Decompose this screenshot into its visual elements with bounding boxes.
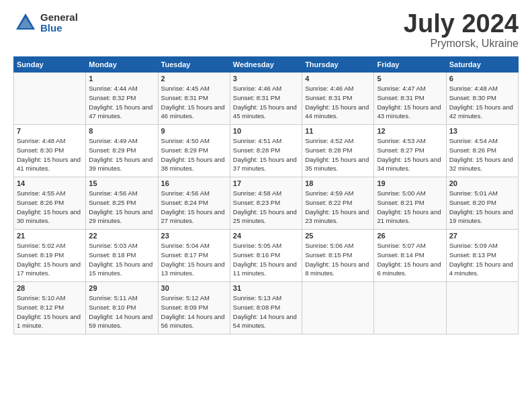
day-cell: 23Sunrise: 5:04 AMSunset: 8:17 PMDayligh… (158, 230, 230, 282)
day-number: 9 (161, 127, 227, 135)
sunrise-text: Sunrise: 5:10 AM (17, 293, 83, 303)
day-info: Sunrise: 4:58 AMSunset: 8:23 PMDaylight:… (233, 189, 299, 226)
sunset-text: Sunset: 8:32 PM (89, 93, 154, 103)
week-row-3: 14Sunrise: 4:55 AMSunset: 8:26 PMDayligh… (14, 177, 519, 230)
logo-blue: Blue (40, 23, 78, 34)
sunset-text: Sunset: 8:16 PM (233, 250, 299, 260)
day-info: Sunrise: 5:03 AMSunset: 8:18 PMDaylight:… (89, 241, 154, 278)
day-cell (14, 73, 86, 125)
sunrise-text: Sunrise: 4:58 AM (233, 189, 299, 198)
sunset-text: Sunset: 8:12 PM (17, 303, 83, 312)
day-cell: 15Sunrise: 4:56 AMSunset: 8:25 PMDayligh… (86, 177, 158, 230)
sunrise-text: Sunrise: 5:01 AM (449, 189, 515, 198)
day-number: 25 (305, 232, 371, 240)
sunset-text: Sunset: 8:30 PM (17, 146, 83, 155)
day-number: 13 (449, 127, 515, 135)
sunset-text: Sunset: 8:22 PM (305, 198, 371, 208)
sunset-text: Sunset: 8:29 PM (89, 146, 154, 155)
day-info: Sunrise: 5:09 AMSunset: 8:13 PMDaylight:… (449, 241, 515, 278)
day-number: 26 (377, 232, 443, 240)
day-cell: 4Sunrise: 4:46 AMSunset: 8:31 PMDaylight… (302, 73, 374, 125)
day-number: 29 (89, 284, 154, 292)
day-number: 5 (377, 75, 443, 83)
daylight-text: Daylight: 15 hours and 29 minutes. (89, 208, 154, 226)
sunrise-text: Sunrise: 4:52 AM (305, 136, 371, 146)
sunset-text: Sunset: 8:19 PM (17, 250, 83, 260)
day-number: 8 (89, 127, 154, 135)
col-header-thursday: Thursday (302, 57, 374, 73)
day-number: 22 (89, 232, 154, 240)
day-number: 27 (449, 232, 515, 240)
title-month: July 2024 (404, 11, 519, 36)
day-info: Sunrise: 4:48 AMSunset: 8:30 PMDaylight:… (449, 84, 515, 121)
calendar-header: SundayMondayTuesdayWednesdayThursdayFrid… (14, 57, 519, 73)
day-number: 19 (377, 179, 443, 187)
sunrise-text: Sunrise: 4:54 AM (449, 136, 515, 146)
day-number: 15 (89, 179, 154, 187)
col-header-monday: Monday (86, 57, 158, 73)
sunrise-text: Sunrise: 4:46 AM (305, 84, 371, 93)
day-cell: 8Sunrise: 4:49 AMSunset: 8:29 PMDaylight… (86, 125, 158, 177)
sunset-text: Sunset: 8:27 PM (377, 146, 443, 155)
daylight-text: Daylight: 15 hours and 15 minutes. (89, 260, 154, 279)
daylight-text: Daylight: 15 hours and 23 minutes. (305, 208, 371, 226)
sunset-text: Sunset: 8:31 PM (161, 93, 227, 103)
day-cell: 2Sunrise: 4:45 AMSunset: 8:31 PMDaylight… (158, 73, 230, 125)
sunrise-text: Sunrise: 4:56 AM (89, 189, 154, 198)
day-cell: 30Sunrise: 5:12 AMSunset: 8:09 PMDayligh… (158, 282, 230, 334)
daylight-text: Daylight: 15 hours and 47 minutes. (89, 103, 154, 122)
day-cell: 19Sunrise: 5:00 AMSunset: 8:21 PMDayligh… (374, 177, 446, 230)
day-number: 14 (17, 179, 83, 187)
day-info: Sunrise: 4:48 AMSunset: 8:30 PMDaylight:… (17, 136, 83, 173)
day-cell (374, 282, 446, 334)
day-number: 30 (161, 284, 227, 292)
daylight-text: Daylight: 15 hours and 45 minutes. (233, 103, 299, 122)
daylight-text: Daylight: 14 hours and 59 minutes. (89, 312, 154, 331)
day-cell: 6Sunrise: 4:48 AMSunset: 8:30 PMDaylight… (446, 73, 518, 125)
daylight-text: Daylight: 15 hours and 43 minutes. (377, 103, 443, 122)
day-cell: 9Sunrise: 4:50 AMSunset: 8:29 PMDaylight… (158, 125, 230, 177)
daylight-text: Daylight: 15 hours and 42 minutes. (449, 103, 515, 122)
day-info: Sunrise: 5:11 AMSunset: 8:10 PMDaylight:… (89, 293, 154, 330)
sunset-text: Sunset: 8:20 PM (449, 198, 515, 208)
logo-text: General Blue (40, 12, 78, 34)
day-cell: 20Sunrise: 5:01 AMSunset: 8:20 PMDayligh… (446, 177, 518, 230)
day-info: Sunrise: 4:50 AMSunset: 8:29 PMDaylight:… (161, 136, 227, 173)
calendar-table: SundayMondayTuesdayWednesdayThursdayFrid… (13, 56, 519, 334)
daylight-text: Daylight: 15 hours and 39 minutes. (89, 155, 154, 174)
day-number: 31 (233, 284, 299, 292)
day-number: 24 (233, 232, 299, 240)
day-number: 18 (305, 179, 371, 187)
sunrise-text: Sunrise: 4:50 AM (161, 136, 227, 146)
sunrise-text: Sunrise: 4:53 AM (377, 136, 443, 146)
week-row-1: 1Sunrise: 4:44 AMSunset: 8:32 PMDaylight… (14, 73, 519, 125)
sunrise-text: Sunrise: 4:44 AM (89, 84, 154, 93)
day-number: 10 (233, 127, 299, 135)
day-info: Sunrise: 5:06 AMSunset: 8:15 PMDaylight:… (305, 241, 371, 278)
day-cell: 12Sunrise: 4:53 AMSunset: 8:27 PMDayligh… (374, 125, 446, 177)
daylight-text: Daylight: 15 hours and 21 minutes. (377, 208, 443, 226)
day-number: 17 (233, 179, 299, 187)
daylight-text: Daylight: 15 hours and 30 minutes. (17, 208, 83, 226)
daylight-text: Daylight: 15 hours and 11 minutes. (233, 260, 299, 279)
day-cell: 25Sunrise: 5:06 AMSunset: 8:15 PMDayligh… (302, 230, 374, 282)
day-number: 6 (449, 75, 515, 83)
daylight-text: Daylight: 15 hours and 4 minutes. (449, 260, 515, 279)
day-number: 28 (17, 284, 83, 292)
day-cell (302, 282, 374, 334)
week-row-2: 7Sunrise: 4:48 AMSunset: 8:30 PMDaylight… (14, 125, 519, 177)
title-block: July 2024 Prymorsk, Ukraine (404, 11, 519, 50)
day-info: Sunrise: 4:46 AMSunset: 8:31 PMDaylight:… (233, 84, 299, 121)
sunset-text: Sunset: 8:31 PM (377, 93, 443, 103)
day-info: Sunrise: 5:02 AMSunset: 8:19 PMDaylight:… (17, 241, 83, 278)
daylight-text: Daylight: 15 hours and 1 minute. (17, 312, 83, 331)
day-cell: 3Sunrise: 4:46 AMSunset: 8:31 PMDaylight… (230, 73, 302, 125)
sunrise-text: Sunrise: 4:49 AM (89, 136, 154, 146)
day-number: 3 (233, 75, 299, 83)
sunrise-text: Sunrise: 5:00 AM (377, 189, 443, 198)
day-cell: 26Sunrise: 5:07 AMSunset: 8:14 PMDayligh… (374, 230, 446, 282)
day-cell: 22Sunrise: 5:03 AMSunset: 8:18 PMDayligh… (86, 230, 158, 282)
sunrise-text: Sunrise: 4:46 AM (233, 84, 299, 93)
sunset-text: Sunset: 8:28 PM (233, 146, 299, 155)
day-number: 7 (17, 127, 83, 135)
